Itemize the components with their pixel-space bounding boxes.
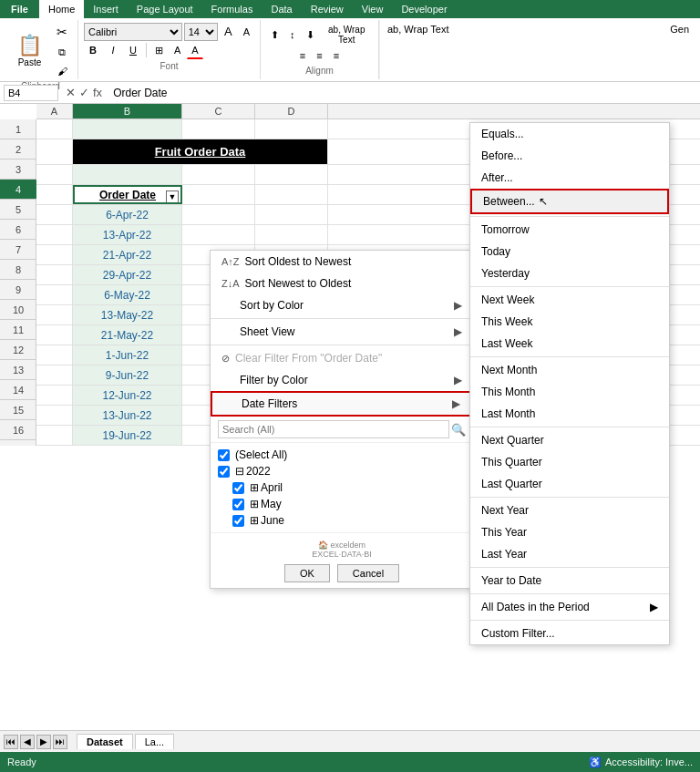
sort-newest-oldest-item[interactable]: Z↓A Sort Newest to Oldest xyxy=(211,273,473,294)
cell-b10[interactable]: 13-May-22 xyxy=(73,305,182,324)
year-2022-checkbox[interactable] xyxy=(218,466,230,478)
col-header-d[interactable]: D xyxy=(255,104,328,118)
sort-oldest-newest-item[interactable]: A↑Z Sort Oldest to Newest xyxy=(211,251,473,273)
next-month-item[interactable]: Next Month xyxy=(470,359,669,381)
cell-b8[interactable]: 29-Apr-22 xyxy=(73,265,182,284)
tab-review[interactable]: Review xyxy=(302,0,353,18)
sheet-view-item[interactable]: Sheet View ▶ xyxy=(211,321,473,343)
col-header-b[interactable]: B xyxy=(73,104,182,118)
tab-view[interactable]: View xyxy=(353,0,393,18)
row-header-2[interactable]: 2 xyxy=(0,139,36,160)
cell-a1[interactable] xyxy=(36,119,73,139)
cell-d4[interactable] xyxy=(255,185,328,204)
underline-button[interactable]: U xyxy=(124,41,142,59)
cell-d3[interactable] xyxy=(255,165,328,184)
formula-input[interactable] xyxy=(109,87,696,99)
sheet-tab-last[interactable]: La... xyxy=(135,734,174,749)
increase-font-button[interactable]: A xyxy=(220,22,237,41)
cancel-formula-icon[interactable]: ✕ xyxy=(66,86,76,99)
cell-c6[interactable] xyxy=(182,225,255,244)
this-week-item[interactable]: This Week xyxy=(470,311,669,333)
tab-file[interactable]: File xyxy=(0,0,39,18)
cell-b15[interactable]: 13-Jun-22 xyxy=(73,406,182,425)
font-name-select[interactable]: Calibri xyxy=(84,23,182,41)
cell-a3[interactable] xyxy=(36,165,73,184)
align-middle-button[interactable]: ↕ xyxy=(285,26,300,43)
row-header-6[interactable]: 6 xyxy=(0,220,36,240)
cell-b7[interactable]: 21-Apr-22 xyxy=(73,245,182,264)
align-top-button[interactable]: ⬆ xyxy=(266,26,283,44)
confirm-formula-icon[interactable]: ✓ xyxy=(79,86,89,99)
tab-developer[interactable]: Developer xyxy=(392,0,456,18)
font-size-select[interactable]: 14 xyxy=(184,23,218,41)
cell-b6[interactable]: 13-Apr-22 xyxy=(73,225,182,244)
row-header-9[interactable]: 9 xyxy=(0,280,36,300)
cell-b11[interactable]: 21-May-22 xyxy=(73,325,182,345)
sort-by-color-item[interactable]: Sort by Color ▶ xyxy=(211,294,473,316)
cell-a13[interactable] xyxy=(36,365,73,385)
sheet-nav-first[interactable]: ⏮ xyxy=(4,735,18,749)
expand-april-icon[interactable]: ⊞ xyxy=(250,481,259,494)
tab-page-layout[interactable]: Page Layout xyxy=(128,0,202,18)
row-header-3[interactable]: 3 xyxy=(0,160,36,180)
expand-may-icon[interactable]: ⊞ xyxy=(250,498,259,510)
fill-color-button[interactable]: A xyxy=(170,42,185,58)
cell-b5[interactable]: 6-Apr-22 xyxy=(73,205,182,224)
cell-a7[interactable] xyxy=(36,245,73,264)
sheet-nav-prev[interactable]: ◀ xyxy=(20,735,35,749)
cancel-button[interactable]: Cancel xyxy=(337,564,399,582)
june-item[interactable]: ⊞ June xyxy=(218,512,466,529)
cell-c5[interactable] xyxy=(182,205,255,224)
cell-a2[interactable] xyxy=(36,139,73,164)
filter-dropdown-button[interactable]: ▼ xyxy=(166,190,179,203)
row-header-1[interactable]: 1 xyxy=(0,119,36,139)
expand-june-icon[interactable]: ⊞ xyxy=(250,514,259,527)
copy-button[interactable]: ⧉ xyxy=(52,44,72,61)
cell-d5[interactable] xyxy=(255,205,328,224)
next-week-item[interactable]: Next Week xyxy=(470,289,669,311)
cell-b1[interactable] xyxy=(73,119,182,139)
cell-d6[interactable] xyxy=(255,225,328,244)
cell-c4[interactable] xyxy=(182,185,255,204)
col-header-a[interactable]: A xyxy=(36,104,73,118)
col-header-c[interactable]: C xyxy=(182,104,255,118)
row-header-14[interactable]: 14 xyxy=(0,380,36,400)
cell-b2-title[interactable]: Fruit Order Data xyxy=(73,139,328,164)
border-button[interactable]: ⊞ xyxy=(150,42,168,59)
cell-a14[interactable] xyxy=(36,386,73,405)
sheet-nav-last[interactable]: ⏭ xyxy=(53,735,67,749)
last-week-item[interactable]: Last Week xyxy=(470,333,669,355)
cell-b4-order-date[interactable]: Order Date ▼ xyxy=(73,185,182,204)
expand-2022-icon[interactable]: ⊟ xyxy=(235,465,244,478)
font-color-button[interactable]: A xyxy=(187,42,202,59)
cell-a5[interactable] xyxy=(36,205,73,224)
between-item[interactable]: Between... ↖ xyxy=(470,189,669,214)
cell-a10[interactable] xyxy=(36,305,73,324)
may-checkbox[interactable] xyxy=(232,499,244,510)
year-to-date-item[interactable]: Year to Date xyxy=(470,570,669,592)
align-left-button[interactable]: ≡ xyxy=(295,47,310,64)
row-header-16[interactable]: 16 xyxy=(0,420,36,440)
tomorrow-item[interactable]: Tomorrow xyxy=(470,219,669,241)
last-month-item[interactable]: Last Month xyxy=(470,403,669,425)
insert-function-icon[interactable]: fx xyxy=(93,86,102,99)
tab-data[interactable]: Data xyxy=(262,0,301,18)
row-header-7[interactable]: 7 xyxy=(0,240,36,260)
custom-filter-item[interactable]: Custom Filter... xyxy=(470,623,669,644)
cell-a8[interactable] xyxy=(36,265,73,284)
tab-formulas[interactable]: Formulas xyxy=(202,0,262,18)
filter-by-color-item[interactable]: Filter by Color ▶ xyxy=(211,369,473,391)
tab-home[interactable]: Home xyxy=(39,0,84,18)
before-item[interactable]: Before... xyxy=(470,145,669,167)
select-all-item[interactable]: (Select All) xyxy=(218,447,466,463)
all-dates-period-item[interactable]: All Dates in the Period ▶ xyxy=(470,596,669,618)
cell-d1[interactable] xyxy=(255,119,328,139)
row-header-10[interactable]: 10 xyxy=(0,300,36,320)
may-item[interactable]: ⊞ May xyxy=(218,496,466,512)
ok-button[interactable]: OK xyxy=(284,564,330,582)
row-header-5[interactable]: 5 xyxy=(0,200,36,220)
today-item[interactable]: Today xyxy=(470,241,669,262)
year-2022-item[interactable]: ⊟ 2022 xyxy=(218,463,466,479)
cell-b16[interactable]: 19-Jun-22 xyxy=(73,426,182,445)
cell-a9[interactable] xyxy=(36,285,73,304)
